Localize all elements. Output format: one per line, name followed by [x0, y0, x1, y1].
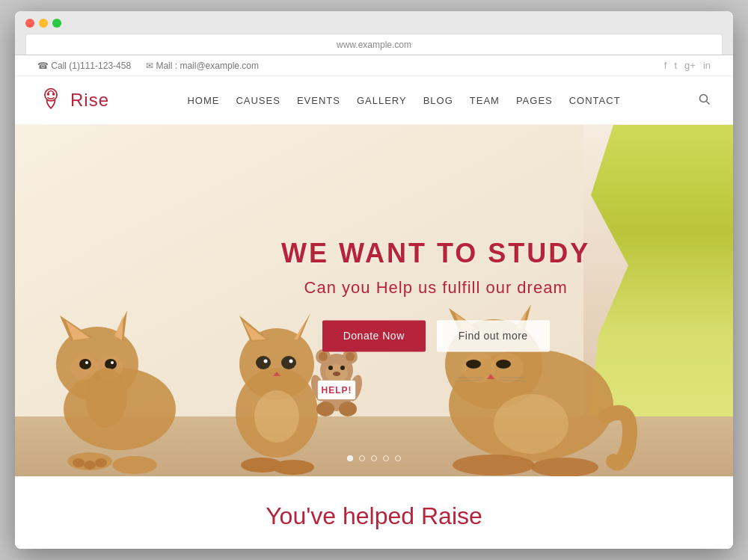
phone-info: ☎ Call (1)111-123-458: [37, 61, 131, 71]
hero-content: WE WANT TO STUDY Can you Help us fulfill…: [281, 238, 590, 351]
mail-text: Mail : mail@example.com: [156, 61, 259, 71]
hero-section: HELP!: [15, 125, 733, 476]
bear: HELP!: [309, 349, 365, 416]
hero-title: WE WANT TO STUDY: [281, 238, 590, 269]
svg-point-43: [346, 352, 355, 361]
svg-point-32: [264, 360, 268, 363]
slider-dot-3[interactable]: [371, 455, 377, 461]
top-bar-left: ☎ Call (1)111-123-458 ✉ Mail : mail@exam…: [37, 61, 259, 71]
svg-point-15: [85, 361, 88, 364]
address-bar[interactable]: www.example.com: [25, 34, 723, 55]
svg-marker-10: [114, 316, 123, 340]
phone-text: Call (1)111-123-458: [51, 61, 131, 71]
slider-dot-1[interactable]: [347, 455, 353, 461]
svg-point-20: [73, 458, 85, 467]
minimize-dot[interactable]: [39, 19, 48, 28]
nav-gallery[interactable]: GALLERY: [357, 95, 407, 106]
find-more-button[interactable]: Find out more: [437, 320, 550, 351]
mail-info: ✉ Mail : mail@example.com: [146, 61, 259, 71]
nav-causes[interactable]: CAUSES: [236, 95, 280, 106]
twitter-icon[interactable]: t: [674, 60, 677, 71]
svg-point-16: [111, 361, 114, 364]
search-icon[interactable]: [699, 93, 711, 108]
svg-point-33: [289, 360, 293, 363]
browser-chrome: www.example.com: [15, 11, 733, 55]
nav-links: HOME CAUSES EVENTS GALLERY BLOG TEAM PAG…: [187, 93, 620, 107]
nav-team[interactable]: TEAM: [470, 95, 500, 106]
svg-point-14: [105, 359, 117, 369]
svg-point-30: [256, 356, 271, 369]
maximize-dot[interactable]: [52, 19, 61, 28]
svg-point-63: [496, 360, 511, 369]
phone-icon: ☎: [37, 61, 49, 71]
social-links: f t g+ in: [664, 60, 711, 71]
svg-point-21: [84, 461, 96, 470]
linkedin-icon[interactable]: in: [703, 60, 711, 71]
top-bar: ☎ Call (1)111-123-458 ✉ Mail : mail@exam…: [15, 55, 733, 76]
svg-point-23: [85, 368, 127, 428]
main-nav: Rise HOME CAUSES EVENTS GALLERY BLOG TEA…: [15, 76, 733, 125]
donate-button[interactable]: Donate Now: [322, 320, 426, 351]
bottom-title: You've helped Raise: [37, 502, 711, 530]
svg-point-1: [47, 93, 50, 96]
svg-point-13: [79, 359, 91, 369]
cat-left: [56, 310, 176, 474]
svg-point-2: [52, 93, 55, 96]
svg-point-45: [328, 366, 333, 370]
svg-point-19: [112, 456, 157, 474]
address-text: www.example.com: [337, 40, 411, 50]
logo-icon: [37, 87, 64, 114]
browser-dots: [25, 19, 723, 28]
facebook-icon[interactable]: f: [664, 60, 667, 71]
svg-text:HELP!: HELP!: [322, 385, 352, 396]
logo-text: Rise: [70, 90, 109, 111]
slider-dot-4[interactable]: [383, 455, 389, 461]
nav-pages[interactable]: PAGES: [516, 95, 553, 106]
svg-point-51: [339, 401, 357, 416]
browser-window: www.example.com ☎ Call (1)111-123-458 ✉ …: [15, 11, 733, 549]
svg-point-31: [281, 356, 296, 369]
svg-point-47: [333, 372, 340, 376]
slider-dot-2[interactable]: [359, 455, 365, 461]
svg-point-50: [316, 401, 334, 416]
logo[interactable]: Rise: [37, 87, 109, 114]
hero-subtitle: Can you Help us fulfill our dream: [281, 278, 590, 298]
nav-contact[interactable]: CONTACT: [569, 95, 621, 106]
svg-point-62: [466, 360, 481, 369]
svg-point-70: [531, 458, 598, 476]
svg-line-4: [707, 101, 710, 104]
mail-icon: ✉: [146, 61, 153, 71]
close-dot[interactable]: [25, 19, 34, 28]
bottom-section: You've helped Raise: [15, 476, 733, 549]
nav-events[interactable]: EVENTS: [297, 95, 340, 106]
svg-point-71: [494, 394, 568, 454]
slider-dots: [347, 455, 401, 461]
google-icon[interactable]: g+: [684, 60, 696, 71]
nav-home[interactable]: HOME: [187, 95, 219, 106]
svg-point-22: [95, 458, 107, 467]
slider-dot-5[interactable]: [395, 455, 401, 461]
svg-point-69: [453, 455, 535, 476]
hero-buttons: Donate Now Find out more: [281, 320, 590, 351]
svg-point-46: [340, 366, 345, 370]
nav-blog[interactable]: BLOG: [423, 95, 453, 106]
svg-point-37: [254, 390, 299, 443]
svg-point-36: [272, 460, 314, 475]
svg-point-3: [700, 94, 708, 102]
svg-point-42: [319, 352, 328, 361]
